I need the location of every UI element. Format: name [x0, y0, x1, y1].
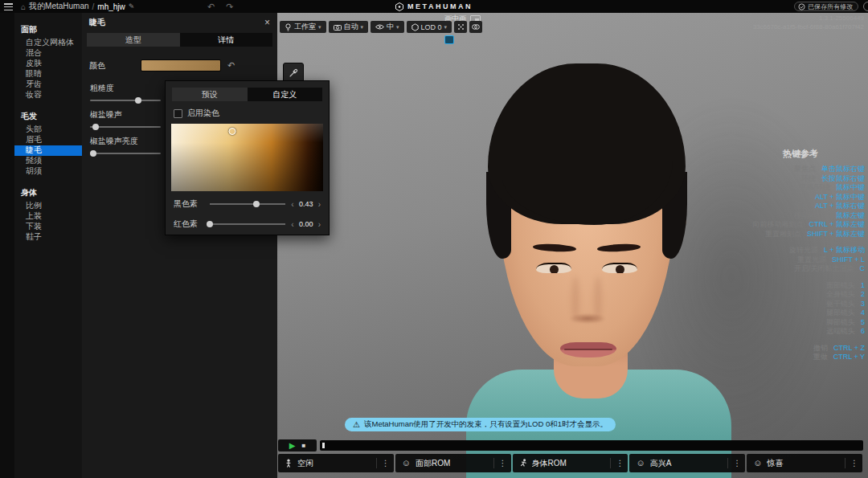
tab-presets[interactable]: 预设 — [172, 88, 248, 101]
sidebar-item[interactable]: 上装 — [14, 211, 82, 222]
slider-track[interactable] — [90, 126, 161, 128]
value-stepper: ‹0.43› — [291, 200, 321, 209]
hotkey-value: 单击鼠标右键 — [821, 165, 865, 174]
hotkey-value: 2 — [861, 290, 865, 300]
hotkey-row: 旋转光源L + 鼠标移动 — [676, 246, 865, 255]
redo-button[interactable]: ↷ — [226, 2, 233, 12]
slider-handle[interactable] — [92, 124, 99, 130]
panel-tabs: 造型 详情 — [87, 33, 272, 47]
home-icon[interactable]: ⌂ — [21, 2, 26, 11]
picker-slider-label: 红色素 — [174, 219, 204, 230]
clip-idle[interactable]: 空闲 ⋮ — [278, 454, 394, 472]
picker-slider-handle[interactable] — [253, 201, 260, 207]
sidebar-item[interactable]: 头部 — [14, 125, 82, 135]
close-icon[interactable]: × — [264, 18, 270, 27]
3d-viewport[interactable]: 画中画 工作室 ▾ 自动 ▾ — [277, 13, 868, 478]
sidebar-item[interactable]: 皮肤 — [14, 59, 82, 69]
color-gradient-area[interactable] — [171, 124, 323, 191]
timeline-scrubber[interactable] — [320, 440, 863, 451]
stepper-increase-icon[interactable]: › — [318, 220, 321, 229]
eyedropper-icon — [289, 68, 298, 78]
hotkey-row: 缩放ALT + 鼠标右键 — [676, 202, 865, 211]
color-swatch[interactable] — [141, 59, 221, 71]
hotkey-value: 鼠标左键 — [836, 211, 865, 221]
sidebar-item[interactable]: 眼睛 — [14, 69, 82, 80]
lod-button[interactable]: LOD 0 ▾ — [407, 21, 452, 33]
sidebar-item[interactable]: 眉毛 — [14, 135, 82, 145]
clip-menu-icon[interactable]: ⋮ — [499, 459, 507, 468]
blend-tool-button[interactable] — [469, 21, 482, 33]
rename-icon[interactable]: ✎ — [129, 2, 135, 10]
sidebar-item[interactable]: 比例 — [14, 201, 82, 211]
sidebar-item[interactable]: 鞋子 — [14, 232, 82, 243]
blend-icon — [472, 23, 480, 31]
clip-body-rom[interactable]: 身体ROM ⋮ — [513, 454, 628, 472]
slider-track[interactable] — [90, 100, 161, 101]
person-icon — [285, 459, 293, 468]
gradient-cursor[interactable] — [228, 128, 235, 135]
eye-icon — [375, 24, 384, 30]
sidebar-item[interactable]: 混合 — [14, 48, 82, 59]
picker-slider-track[interactable] — [210, 203, 285, 205]
slider-handle[interactable] — [135, 97, 141, 104]
picker-slider-handle[interactable] — [207, 221, 213, 227]
picker-slider-track[interactable] — [210, 223, 285, 225]
hotkey-row: 躯干镜头3 — [676, 300, 865, 309]
enable-dye-row: 启用染色 — [174, 108, 321, 119]
metahuman-editor: ⌂ 我的MetaHuman / mh_hjw ✎ ↶ ↷ METAHUMAN 已… — [0, 0, 868, 478]
save-status-badge[interactable]: 已保存所有修改 — [794, 2, 858, 11]
sidebar-item[interactable]: 妆容 — [14, 90, 82, 100]
clip-happy-a[interactable]: ☺ 高兴A ⋮ — [629, 454, 745, 472]
clip-menu-icon[interactable]: ⋮ — [850, 459, 858, 468]
clip-menu-icon[interactable]: ⋮ — [733, 459, 741, 468]
stop-button[interactable]: ■ — [301, 443, 305, 449]
panel-title: 睫毛 — [89, 17, 264, 28]
undo-button[interactable]: ↶ — [207, 2, 215, 12]
picker-sliders: 黑色素‹0.43›红色素‹0.00› — [166, 198, 329, 230]
smile-icon: ☺ — [636, 459, 645, 468]
color-reset-icon[interactable]: ↶ — [227, 60, 235, 71]
play-button[interactable]: ▶ — [289, 442, 296, 450]
sidebar-item[interactable]: 下装 — [14, 222, 82, 232]
sidebar-item[interactable]: 牙齿 — [14, 80, 82, 90]
tab-custom[interactable]: 自定义 — [248, 88, 323, 101]
sidebar-item[interactable]: 自定义网格体 — [14, 38, 82, 48]
runner-icon — [519, 459, 527, 468]
hotkey-value: 长按鼠标右键 — [821, 174, 865, 184]
stepper-decrease-icon[interactable]: ‹ — [291, 200, 293, 209]
clip-menu-icon[interactable]: ⋮ — [616, 459, 624, 468]
hotkey-label: 腿部镜头 — [826, 308, 855, 318]
quality-medium-button[interactable]: 中 ▾ — [371, 21, 404, 33]
tab-style[interactable]: 造型 — [87, 33, 180, 47]
clip-surprise[interactable]: ☺ 惊喜 ⋮ — [747, 454, 862, 472]
lod-icon — [411, 23, 419, 31]
hotkey-label: 重置雕刻点 — [765, 230, 801, 239]
camera-auto-button[interactable]: 自动 ▾ — [329, 21, 369, 33]
sidebar-item[interactable]: 髭须 — [14, 156, 82, 166]
sidebar-section-title: 身体 — [14, 184, 82, 201]
lighting-studio-label: 工作室 — [294, 22, 316, 32]
breadcrumb-separator: / — [92, 2, 95, 11]
sidebar-item[interactable]: 胡须 — [14, 166, 82, 177]
clip-menu-icon[interactable]: ⋮ — [382, 459, 390, 468]
clip-face-rom[interactable]: ☺ 面部ROM ⋮ — [395, 454, 511, 472]
sculpt-tool-button[interactable] — [454, 21, 467, 33]
slider-handle[interactable] — [90, 150, 96, 157]
hamburger-menu-icon[interactable] — [4, 3, 13, 10]
hotkey-value: 1 — [861, 281, 865, 291]
lighting-studio-button[interactable]: 工作室 ▾ — [280, 21, 326, 33]
breadcrumb-root[interactable]: 我的MetaHuman — [29, 1, 88, 12]
tab-details[interactable]: 详情 — [180, 33, 273, 47]
sidebar-item[interactable]: 睫毛 — [14, 145, 82, 156]
logo-text: METAHUMAN — [407, 2, 473, 10]
hotkey-row: 重置雕刻点SHIFT + 鼠标左键 — [676, 230, 865, 239]
enable-dye-checkbox[interactable] — [174, 109, 182, 118]
quality-medium-label: 中 — [387, 22, 394, 32]
playhead[interactable] — [322, 443, 325, 448]
active-tool-indicator[interactable] — [444, 35, 454, 44]
stepper-increase-icon[interactable]: › — [318, 200, 321, 209]
slider-track[interactable] — [90, 153, 161, 154]
stepper-decrease-icon[interactable]: ‹ — [291, 220, 293, 229]
hotkey-label: 撤销 — [813, 344, 828, 353]
corner-account-icon[interactable] — [863, 2, 868, 11]
